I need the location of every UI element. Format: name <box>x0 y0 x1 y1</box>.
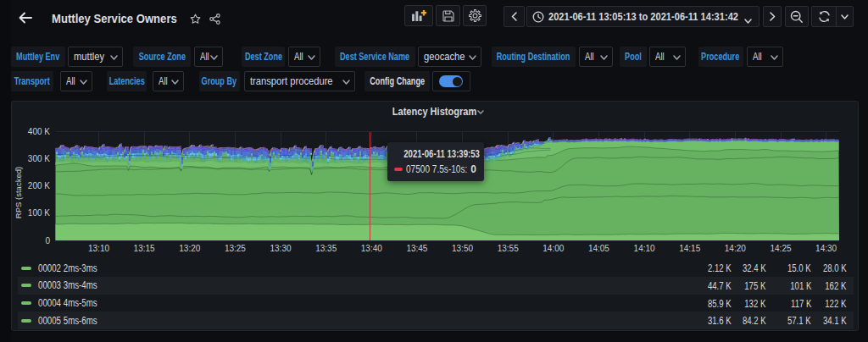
svg-text:13:30: 13:30 <box>270 244 291 253</box>
svg-text:100 K: 100 K <box>28 208 50 218</box>
svg-text:14:10: 14:10 <box>634 244 655 253</box>
svg-text:13:10: 13:10 <box>88 244 109 253</box>
svg-text:13:35: 13:35 <box>315 244 337 253</box>
svg-text:14:05: 14:05 <box>588 244 609 253</box>
svg-text:14:30: 14:30 <box>815 244 837 253</box>
svg-text:14:15: 14:15 <box>679 244 700 253</box>
svg-text:13:55: 13:55 <box>498 244 519 253</box>
svg-text:14:20: 14:20 <box>725 244 746 253</box>
svg-text:13:45: 13:45 <box>406 244 427 253</box>
svg-text:0: 0 <box>45 236 50 245</box>
svg-text:400 K: 400 K <box>28 127 50 136</box>
svg-text:200 K: 200 K <box>28 181 50 190</box>
svg-text:14:25: 14:25 <box>770 244 791 253</box>
svg-text:RPS (stacked): RPS (stacked) <box>14 167 23 218</box>
svg-text:13:40: 13:40 <box>361 244 382 253</box>
svg-text:13:25: 13:25 <box>225 244 246 253</box>
svg-text:14:00: 14:00 <box>542 244 564 253</box>
svg-text:13:50: 13:50 <box>452 244 473 253</box>
svg-text:13:15: 13:15 <box>134 244 155 253</box>
svg-text:300 K: 300 K <box>28 154 50 163</box>
svg-text:13:20: 13:20 <box>179 244 200 253</box>
